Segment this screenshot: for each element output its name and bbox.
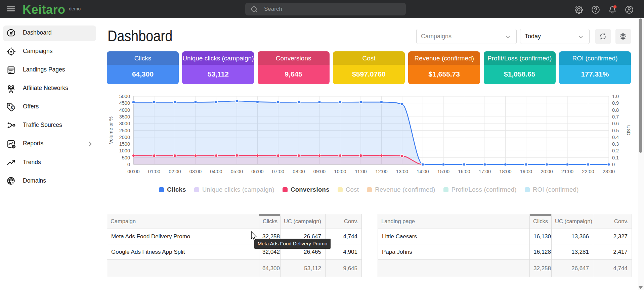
svg-text:0.6: 0.6	[612, 121, 619, 126]
svg-text:0.3: 0.3	[612, 141, 619, 147]
svg-text:4500: 4500	[119, 100, 130, 106]
svg-text:06:00: 06:00	[251, 169, 263, 174]
svg-text:22:00: 22:00	[582, 169, 594, 174]
svg-text:01:00: 01:00	[148, 169, 160, 174]
svg-text:0: 0	[612, 162, 615, 167]
svg-text:16:00: 16:00	[458, 169, 470, 174]
svg-text:0.9: 0.9	[612, 100, 619, 106]
svg-text:5000: 5000	[119, 94, 130, 99]
svg-text:500: 500	[122, 155, 130, 160]
svg-text:0.5: 0.5	[612, 128, 619, 133]
svg-text:13:00: 13:00	[396, 169, 408, 174]
svg-text:0.7: 0.7	[612, 114, 619, 119]
svg-text:Volume or %: Volume or %	[108, 116, 114, 144]
svg-text:0: 0	[127, 162, 130, 167]
svg-text:0.1: 0.1	[612, 155, 619, 160]
svg-text:1500: 1500	[119, 141, 130, 147]
svg-text:0.2: 0.2	[612, 148, 619, 153]
svg-text:10:00: 10:00	[334, 169, 346, 174]
svg-text:3000: 3000	[119, 121, 130, 126]
svg-text:07:00: 07:00	[272, 169, 284, 174]
svg-text:1000: 1000	[119, 148, 130, 153]
svg-text:15:00: 15:00	[437, 169, 449, 174]
svg-text:1.0: 1.0	[612, 94, 619, 99]
svg-text:12:00: 12:00	[375, 169, 387, 174]
svg-text:04:00: 04:00	[210, 169, 222, 174]
svg-text:4000: 4000	[119, 107, 130, 113]
svg-text:11:00: 11:00	[355, 169, 367, 174]
svg-text:00:00: 00:00	[127, 169, 139, 174]
svg-text:20:00: 20:00	[541, 169, 553, 174]
svg-text:03:00: 03:00	[189, 169, 202, 174]
svg-text:21:00: 21:00	[561, 169, 573, 174]
svg-text:S: S	[10, 105, 13, 110]
svg-text:09:00: 09:00	[313, 169, 326, 174]
svg-text:23:00: 23:00	[603, 169, 615, 174]
svg-text:3500: 3500	[119, 114, 130, 119]
svg-text:02:00: 02:00	[169, 169, 181, 174]
svg-text:2000: 2000	[119, 135, 130, 140]
svg-text:14:00: 14:00	[417, 169, 429, 174]
svg-text:19:00: 19:00	[520, 169, 532, 174]
svg-text:18:00: 18:00	[499, 169, 511, 174]
svg-text:0.8: 0.8	[612, 107, 619, 113]
svg-text:17:00: 17:00	[479, 169, 491, 174]
svg-text:2500: 2500	[119, 128, 130, 133]
svg-text:05:00: 05:00	[231, 169, 243, 174]
svg-text:08:00: 08:00	[293, 169, 305, 174]
svg-text:0.4: 0.4	[612, 135, 619, 140]
svg-text:USD: USD	[626, 125, 631, 136]
